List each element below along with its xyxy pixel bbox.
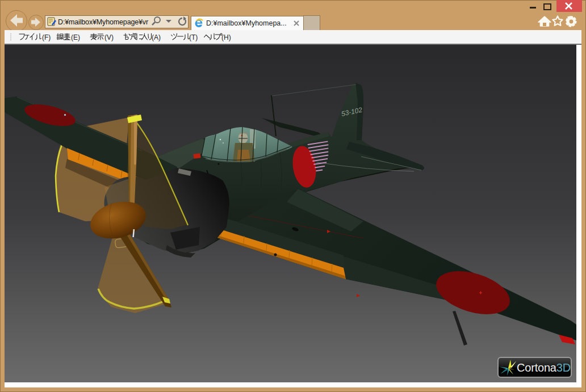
svg-text:(T): (T) bbox=[189, 33, 198, 41]
svg-text:(V): (V) bbox=[104, 33, 114, 41]
svg-text:(H): (H) bbox=[221, 33, 231, 41]
svg-text:(E): (E) bbox=[71, 33, 80, 41]
svg-text:(F): (F) bbox=[42, 33, 51, 41]
svg-text:(A): (A) bbox=[152, 33, 161, 41]
